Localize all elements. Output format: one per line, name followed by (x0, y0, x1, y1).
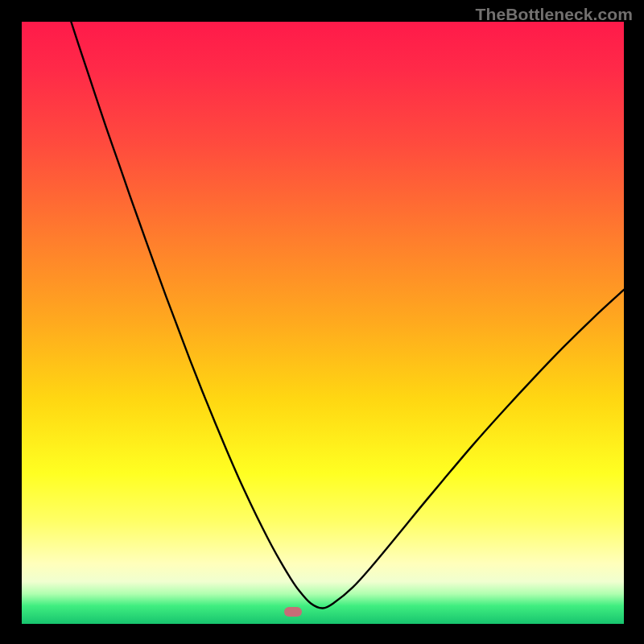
curve-svg (22, 22, 624, 624)
bottleneck-curve (71, 22, 624, 609)
chart-container: TheBottleneck.com (0, 0, 644, 644)
plot-area (22, 22, 624, 624)
min-marker (284, 607, 302, 617)
